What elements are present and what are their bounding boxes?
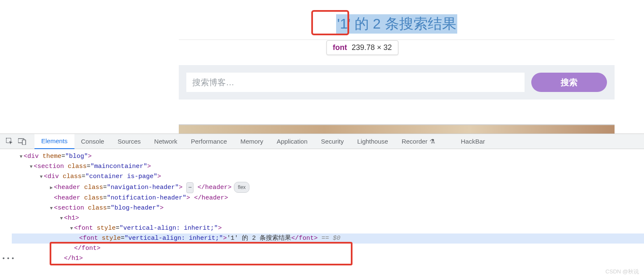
dom-line[interactable]: <section class="maincontainer"> xyxy=(12,162,644,172)
watermark: CSDN @秋说 xyxy=(605,268,639,275)
expand-icon[interactable] xyxy=(59,213,64,223)
tab-memory[interactable]: Memory xyxy=(234,134,270,149)
expand-icon[interactable] xyxy=(39,172,44,182)
hero-image-strip xyxy=(179,124,615,134)
dom-line[interactable]: <div theme="blog"> xyxy=(12,152,644,162)
tab-sources[interactable]: Sources xyxy=(111,134,148,149)
expand-icon[interactable] xyxy=(19,152,24,162)
tab-application[interactable]: Application xyxy=(270,134,314,149)
expand-icon[interactable] xyxy=(49,203,54,213)
dom-line[interactable]: </h1> xyxy=(12,254,644,264)
tooltip-tag: font xyxy=(333,43,347,52)
tooltip-dims: 239.78 × 32 xyxy=(352,43,392,52)
ellipsis-icon[interactable]: ⋯ xyxy=(186,182,193,193)
page-content: '1' 的 2 条搜索结果 搜索 xyxy=(179,0,644,100)
tab-elements[interactable]: Elements xyxy=(34,134,74,149)
tab-console[interactable]: Console xyxy=(74,134,111,149)
search-input[interactable] xyxy=(186,73,525,92)
dom-line[interactable]: <h1> xyxy=(12,213,644,223)
dom-line[interactable]: <section class="blog-header"> xyxy=(12,203,644,213)
tab-hackbar[interactable]: HackBar xyxy=(454,134,492,149)
dom-tree[interactable]: ••• <div theme="blog"> <section class="m… xyxy=(0,149,644,266)
tab-recorder[interactable]: Recorder ⚗ xyxy=(395,134,442,149)
expand-icon[interactable] xyxy=(69,223,74,233)
tab-security[interactable]: Security xyxy=(314,134,350,149)
expand-icon[interactable] xyxy=(29,162,34,172)
tab-lighthouse[interactable]: Lighthouse xyxy=(350,134,395,149)
tab-network[interactable]: Network xyxy=(148,134,184,149)
dom-line[interactable]: <font style="vertical-align: inherit;"> xyxy=(12,223,644,233)
svg-rect-2 xyxy=(22,140,26,145)
search-button[interactable]: 搜索 xyxy=(531,73,607,92)
dom-line[interactable]: <div class="container is-page"> xyxy=(12,172,644,182)
dollar-zero-marker: == $0 xyxy=(321,235,340,242)
heading-wrap: '1' 的 2 条搜索结果 xyxy=(179,0,615,34)
dom-line[interactable]: <header class="navigation-header"> ⋯ </h… xyxy=(12,182,644,193)
dom-line-selected[interactable]: <font style="vertical-align: inherit;">'… xyxy=(12,233,644,244)
search-block: 搜索 xyxy=(179,65,615,100)
webpage-viewport: '1' 的 2 条搜索结果 搜索 font 239.78 × 32 xyxy=(0,0,644,134)
divider xyxy=(179,39,615,40)
dom-line[interactable]: <header class="notification-header"> </h… xyxy=(12,193,644,203)
device-toggle-icon[interactable] xyxy=(16,135,29,148)
page-title: '1' 的 2 条搜索结果 xyxy=(336,14,457,34)
inspect-icon[interactable] xyxy=(3,135,16,148)
devtools-panel: Elements Console Sources Network Perform… xyxy=(0,134,644,278)
devtools-tabbar: Elements Console Sources Network Perform… xyxy=(0,134,644,149)
tab-performance[interactable]: Performance xyxy=(184,134,234,149)
inspect-tooltip: font 239.78 × 32 xyxy=(326,40,398,55)
expand-icon[interactable] xyxy=(49,183,54,193)
dom-line[interactable]: </font> xyxy=(12,244,644,254)
flex-badge[interactable]: flex xyxy=(234,182,249,193)
flask-icon: ⚗ xyxy=(429,138,435,145)
tab-recorder-label: Recorder xyxy=(402,138,428,145)
